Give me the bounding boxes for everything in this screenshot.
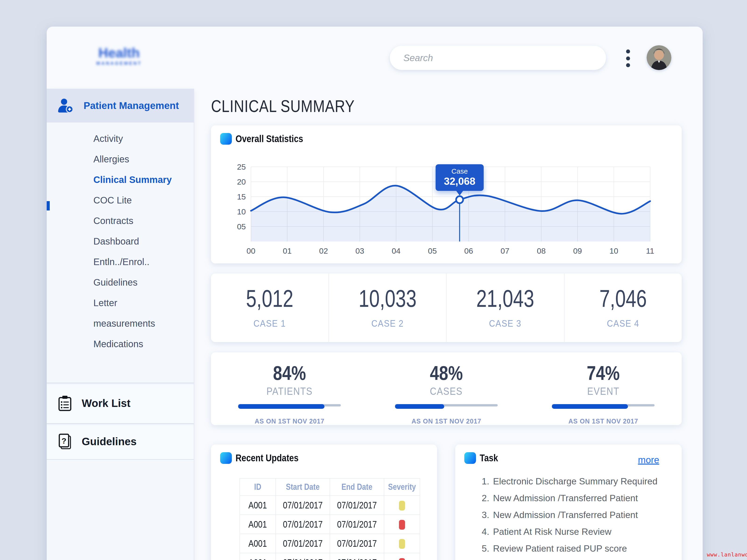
stat-label: CASE 1 <box>217 318 323 329</box>
progress-label: EVENT <box>587 385 619 397</box>
search-input[interactable] <box>390 46 606 70</box>
sidebar-item-activity[interactable]: Activity <box>47 128 194 149</box>
card-heading: Task <box>480 452 501 464</box>
task-text: Review Patient raised PUP score <box>493 543 627 554</box>
more-link[interactable]: more <box>638 455 659 465</box>
gradient-square-icon <box>220 452 232 464</box>
sidebar-item-guidelines[interactable]: ? Guidelines <box>47 423 194 460</box>
sidebar-item-coc-lite[interactable]: COC Lite <box>47 190 194 211</box>
task-number: 3. <box>478 510 489 520</box>
x-tick-label: 09 <box>573 246 582 255</box>
progress-column: 84%PATIENTSAS ON 1ST NOV 2017 <box>211 352 368 425</box>
stat-cell: 21,043CASE 3 <box>446 273 564 342</box>
overall-statistics-card: Overall Statistics 000102030405060708091… <box>211 125 681 263</box>
card-header: Recent Updates <box>220 452 310 464</box>
sidebar-item-allergies[interactable]: Allergies <box>47 149 194 169</box>
sidebar-item-work-list[interactable]: Work List <box>47 383 194 423</box>
stat-value: 10,033 <box>342 286 433 311</box>
progress-percent: 84% <box>273 362 306 383</box>
progress-column: 74%EVENTAS ON 1ST NOV 2017 <box>525 352 681 425</box>
x-tick-label: 10 <box>610 246 618 255</box>
progress-caption: AS ON 1ST NOV 2017 <box>412 417 481 425</box>
x-tick-label: 07 <box>500 246 509 255</box>
table-cell: A001 <box>240 515 276 534</box>
sidebar-item-measurements[interactable]: measurements <box>47 313 194 334</box>
x-tick-label: 11 <box>646 246 654 255</box>
y-tick-label: 20 <box>237 177 246 186</box>
chart-tooltip: Case32,068 <box>436 164 484 191</box>
task-item[interactable]: 2.New Admission /Transferred Patient <box>478 490 658 507</box>
progress-percent: 48% <box>430 362 463 383</box>
document-question-icon: ? <box>57 433 72 450</box>
table-row[interactable]: A00107/01/201707/01/2017 <box>240 496 420 515</box>
table-cell: 07/01/2017 <box>330 496 384 515</box>
card-heading: Recent Updates <box>235 452 310 464</box>
stat-value: 7,046 <box>577 286 669 311</box>
severity-chip <box>399 501 405 510</box>
progress-caption: AS ON 1ST NOV 2017 <box>568 417 638 425</box>
main-panel: Health MANAGEMENT Patient Ma <box>47 27 703 560</box>
task-item[interactable]: 1.Electronic Discharge Summary Required <box>478 473 658 490</box>
table-row[interactable]: A00107/01/201707/01/2017 <box>240 534 420 553</box>
sidebar-section-label: Patient Management <box>83 100 179 111</box>
stat-label: CASE 4 <box>570 318 676 329</box>
column-header: Start Date <box>276 478 330 496</box>
progress-bar-fill <box>238 404 325 409</box>
progress-column: 48%CASESAS ON 1ST NOV 2017 <box>368 352 525 425</box>
task-number: 2. <box>478 493 489 503</box>
task-item[interactable]: 5.Review Patient raised PUP score <box>478 540 658 557</box>
x-tick-label: 02 <box>319 246 328 255</box>
task-number: 5. <box>478 543 489 554</box>
table-cell: 07/01/2017 <box>276 553 330 560</box>
task-item[interactable]: 3.New Admission /Transferred Patient <box>478 507 658 523</box>
progress-bar-fill <box>552 404 628 409</box>
severity-cell <box>384 515 420 534</box>
progress-label: CASES <box>430 385 463 397</box>
page-title: CLINICAL SUMMARY <box>211 97 380 116</box>
task-number: 1. <box>478 476 489 486</box>
svg-text:?: ? <box>61 436 67 445</box>
sidebar-item-medications[interactable]: Medications <box>47 334 194 354</box>
table-cell: A001 <box>240 496 276 515</box>
column-header: Severity <box>384 478 420 496</box>
table-cell: 07/01/2017 <box>276 496 330 515</box>
sidebar-item-dashboard[interactable]: Dashboard <box>47 231 194 251</box>
sidebar-item-entln-enrol-[interactable]: Entln../Enrol.. <box>47 251 194 272</box>
column-header: ID <box>240 478 276 496</box>
task-card: Task more 1.Electronic Discharge Summary… <box>455 445 681 560</box>
y-tick-label: 15 <box>237 192 246 201</box>
avatar-image <box>647 45 671 70</box>
progress-caption: AS ON 1ST NOV 2017 <box>255 417 325 425</box>
user-avatar[interactable] <box>647 45 671 70</box>
more-options-kebab-icon[interactable] <box>623 50 633 67</box>
sidebar-item-letter[interactable]: Letter <box>47 293 194 313</box>
sidebar-item-clinical-summary[interactable]: Clinical Summary <box>47 169 194 190</box>
chart-marker[interactable] <box>456 196 463 203</box>
task-item[interactable]: 4.Patient At Risk Nurse Review <box>478 523 658 540</box>
x-tick-label: 03 <box>355 246 364 255</box>
table-row[interactable]: A00107/01/201707/01/2017 <box>240 515 420 534</box>
progress-card: 84%PATIENTSAS ON 1ST NOV 201748%CASESAS … <box>211 352 681 425</box>
table-row[interactable]: A00107/01/201707/01/2017 <box>240 553 420 560</box>
table-cell: A001 <box>240 553 276 560</box>
y-tick-label: 10 <box>237 207 246 216</box>
stat-cell: 7,046CASE 4 <box>564 273 682 342</box>
sidebar-section-patient-management[interactable]: Patient Management <box>47 89 194 123</box>
table-cell: 07/01/2017 <box>330 515 384 534</box>
tooltip-label: Case <box>436 167 484 176</box>
progress-bar <box>395 404 498 406</box>
severity-cell <box>384 496 420 515</box>
severity-chip <box>399 520 405 530</box>
task-list: 1.Electronic Discharge Summary Required2… <box>478 473 658 557</box>
watermark: www.lanlanwork.com <box>707 552 747 558</box>
y-tick-label: 25 <box>237 162 246 171</box>
app-logo[interactable]: Health MANAGEMENT <box>89 45 149 66</box>
severity-cell <box>384 534 420 553</box>
table-cell: 07/01/2017 <box>276 515 330 534</box>
task-text: New Admission /Transferred Patient <box>493 493 638 503</box>
x-tick-label: 00 <box>247 246 255 255</box>
sidebar-items: ActivityAllergiesClinical SummaryCOC Lit… <box>47 128 194 354</box>
task-text: Electronic Discharge Summary Required <box>493 476 658 486</box>
sidebar-item-guidelines[interactable]: Guidelines <box>47 272 194 293</box>
sidebar-item-contracts[interactable]: Contracts <box>47 211 194 231</box>
